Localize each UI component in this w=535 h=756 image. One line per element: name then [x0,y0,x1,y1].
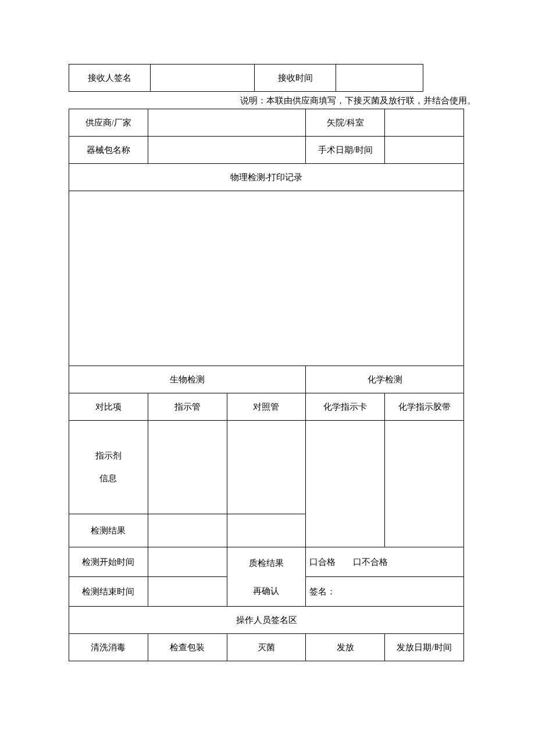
surgery-time-value[interactable] [385,137,464,164]
hospital-label: 矢院/科室 [306,109,385,137]
receiver-signature-label: 接收人签名 [69,65,151,92]
spacer-cell [423,65,441,92]
receiver-signature-value[interactable] [150,65,255,92]
control-tube-info[interactable] [227,421,306,514]
indicator-tube-info[interactable] [148,421,227,514]
chem-card-info[interactable] [306,421,385,547]
supplier-label: 供应商/厂家 [69,109,148,137]
detection-start-label: 检测开始时间 [69,547,148,577]
receive-time-label: 接收时间 [255,65,336,92]
col-compare-item: 对比项 [69,393,148,421]
op-clean-label: 清洗消毒 [69,634,148,661]
indicator-info-label: 指示剂 信息 [69,421,148,514]
op-release-label: 发放 [306,634,385,661]
physical-section-title: 物理检测-打印记录 [69,164,464,191]
detection-start-value[interactable] [148,547,227,577]
main-form-table: 供应商/厂家 矢院/科室 器械包名称 手术日期/时间 物理检测-打印记录 生物检… [69,109,464,661]
chem-tape-info[interactable] [385,421,464,547]
op-inspect-label: 检查包装 [148,634,227,661]
reconfirm-label: 再确认 [227,577,306,605]
qc-options[interactable]: 口合格 口不合格 [306,547,464,577]
qc-result-label: 质检结果 [227,549,306,577]
indicator-line2: 信息 [69,467,148,490]
physical-record-area[interactable] [69,191,464,366]
col-control-tube: 对照管 [227,393,306,421]
op-sterilize-label: 灭菌 [227,634,306,661]
surgery-time-label: 手术日期/时间 [306,137,385,164]
package-name-label: 器械包名称 [69,137,148,164]
operator-section-title: 操作人员签名区 [69,607,464,634]
bio-section-title: 生物检测 [69,366,306,393]
detection-end-value[interactable] [148,577,227,607]
col-chem-tape: 化学指示胶带 [385,393,464,421]
indicator-line1: 指示剂 [69,445,148,467]
detection-end-label: 检测结束时间 [69,577,148,607]
col-indicator-tube: 指示管 [148,393,227,421]
op-release-time-label: 发放日期/时间 [385,634,464,661]
detection-result-label: 检测结果 [69,514,148,547]
receiver-table: 接收人签名 接收时间 [69,64,441,92]
package-name-value[interactable] [148,137,306,164]
detection-result-control[interactable] [227,514,306,547]
signature-field[interactable]: 签名： [306,577,464,607]
supplier-value[interactable] [148,109,306,137]
chem-section-title: 化学检测 [306,366,464,393]
detection-result-tube[interactable] [148,514,227,547]
hospital-value[interactable] [385,109,464,137]
col-chem-card: 化学指示卡 [306,393,385,421]
receive-time-value[interactable] [336,65,423,92]
qc-result-reconfirm-label: 质检结果 再确认 [227,547,306,607]
note-text: 说明：本联由供应商填写，下接灭菌及放行联，并结合使用。 [69,92,476,109]
